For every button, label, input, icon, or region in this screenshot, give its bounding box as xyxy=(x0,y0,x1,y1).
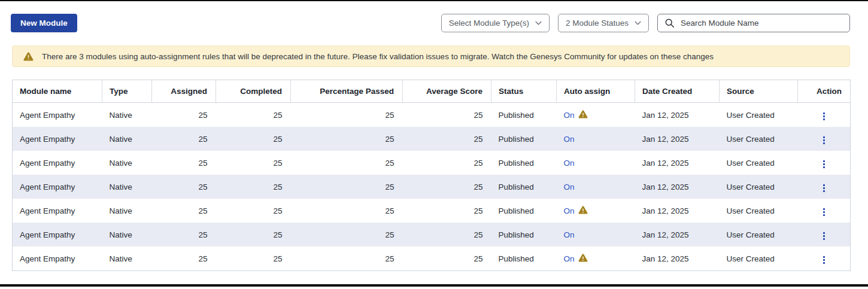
cell-date-created: Jan 12, 2025 xyxy=(635,175,720,199)
table-header-row: Module nameTypeAssignedCompletedPercenta… xyxy=(13,80,851,103)
cell-average-score: 25 xyxy=(403,199,491,223)
cell-average-score: 25 xyxy=(403,127,491,151)
cell-auto-assign: On xyxy=(557,127,635,151)
cell-type: Native xyxy=(102,151,152,175)
modules-table-container: Module nameTypeAssignedCompletedPercenta… xyxy=(12,80,850,271)
row-actions-menu-icon[interactable] xyxy=(820,158,828,171)
window-bottom-edge xyxy=(0,284,868,287)
module-status-dropdown[interactable]: 2 Module Statues xyxy=(558,14,649,32)
cell-completed: 25 xyxy=(216,175,291,199)
search-input[interactable] xyxy=(681,19,843,28)
cell-module-name: Agent Empathy xyxy=(13,127,102,151)
cell-source: User Created xyxy=(720,175,798,199)
auto-assign-link[interactable]: On xyxy=(564,230,575,239)
cell-percentage-passed: 25 xyxy=(291,223,403,247)
auto-assign-link[interactable]: On xyxy=(564,111,575,120)
column-header-action: Action xyxy=(798,80,851,103)
cell-type: Native xyxy=(102,247,152,271)
cell-module-name: Agent Empathy xyxy=(13,247,102,271)
cell-status: Published xyxy=(491,247,557,271)
table-row: Agent EmpathyNative25252525PublishedOnJa… xyxy=(13,127,851,151)
table-row: Agent EmpathyNative25252525PublishedOnJa… xyxy=(13,223,851,247)
column-header-percentage-passed: Percentage Passed xyxy=(291,80,403,103)
cell-completed: 25 xyxy=(216,247,291,271)
cell-average-score: 25 xyxy=(403,175,491,199)
cell-status: Published xyxy=(491,175,557,199)
cell-action xyxy=(798,175,851,199)
cell-percentage-passed: 25 xyxy=(291,199,403,223)
cell-auto-assign: On xyxy=(557,175,635,199)
deprecation-warning-banner: There are 3 modules using auto-assignmen… xyxy=(12,45,850,67)
cell-action xyxy=(798,151,851,175)
cell-source: User Created xyxy=(720,247,798,271)
cell-auto-assign: On xyxy=(557,151,635,175)
cell-source: User Created xyxy=(720,199,798,223)
cell-assigned: 25 xyxy=(152,175,216,199)
cell-status: Published xyxy=(491,199,557,223)
cell-date-created: Jan 12, 2025 xyxy=(635,127,720,151)
cell-source: User Created xyxy=(720,127,798,151)
cell-status: Published xyxy=(491,151,557,175)
cell-assigned: 25 xyxy=(152,247,216,271)
module-type-dropdown[interactable]: Select Module Type(s) xyxy=(441,14,550,32)
chevron-down-icon xyxy=(635,21,641,25)
cell-status: Published xyxy=(491,103,557,127)
cell-module-name: Agent Empathy xyxy=(13,175,102,199)
auto-assign-link[interactable]: On xyxy=(564,254,575,263)
warning-icon xyxy=(578,254,588,262)
row-actions-menu-icon[interactable] xyxy=(820,254,828,266)
module-type-dropdown-label: Select Module Type(s) xyxy=(449,19,529,28)
cell-percentage-passed: 25 xyxy=(291,151,403,175)
cell-date-created: Jan 12, 2025 xyxy=(635,103,720,127)
row-actions-menu-icon[interactable] xyxy=(820,134,828,147)
cell-assigned: 25 xyxy=(152,127,216,151)
auto-assign-link[interactable]: On xyxy=(564,206,575,215)
module-status-dropdown-label: 2 Module Statues xyxy=(566,19,629,28)
column-header-module-name: Module name xyxy=(13,80,102,103)
cell-type: Native xyxy=(102,223,152,247)
auto-assign-link[interactable]: On xyxy=(564,135,575,144)
auto-assign-link[interactable]: On xyxy=(564,182,575,191)
cell-module-name: Agent Empathy xyxy=(13,151,102,175)
table-row: Agent EmpathyNative25252525PublishedOnJa… xyxy=(13,103,851,127)
cell-type: Native xyxy=(102,199,152,223)
column-header-date-created: Date Created xyxy=(635,80,720,103)
cell-date-created: Jan 12, 2025 xyxy=(635,151,720,175)
search-box[interactable] xyxy=(657,14,850,32)
row-actions-menu-icon[interactable] xyxy=(820,230,828,242)
column-header-auto-assign: Auto assign xyxy=(557,80,635,103)
row-actions-menu-icon[interactable] xyxy=(820,182,828,194)
cell-date-created: Jan 12, 2025 xyxy=(635,247,720,271)
auto-assign-link[interactable]: On xyxy=(564,159,575,168)
app-window: New Module Select Module Type(s) 2 Modul… xyxy=(0,0,868,289)
cell-assigned: 25 xyxy=(152,199,216,223)
row-actions-menu-icon[interactable] xyxy=(820,110,828,123)
warning-icon xyxy=(23,52,34,61)
column-header-average-score: Average Score xyxy=(403,80,491,103)
cell-completed: 25 xyxy=(216,103,291,127)
chevron-down-icon xyxy=(535,21,542,25)
cell-auto-assign: On xyxy=(557,199,635,223)
toolbar: New Module Select Module Type(s) 2 Modul… xyxy=(11,14,850,32)
cell-average-score: 25 xyxy=(403,223,491,247)
column-header-type: Type xyxy=(102,80,152,103)
cell-date-created: Jan 12, 2025 xyxy=(635,199,720,223)
cell-auto-assign: On xyxy=(557,247,635,271)
cell-percentage-passed: 25 xyxy=(291,127,403,151)
table-row: Agent EmpathyNative25252525PublishedOnJa… xyxy=(13,199,851,223)
cell-module-name: Agent Empathy xyxy=(13,103,102,127)
cell-percentage-passed: 25 xyxy=(291,247,403,271)
warning-icon xyxy=(578,206,588,214)
new-module-button[interactable]: New Module xyxy=(11,14,77,32)
table-row: Agent EmpathyNative25252525PublishedOnJa… xyxy=(13,151,851,175)
search-icon xyxy=(664,18,675,28)
cell-average-score: 25 xyxy=(403,151,491,175)
cell-status: Published xyxy=(491,127,557,151)
cell-action xyxy=(798,103,851,127)
cell-action xyxy=(798,127,851,151)
row-actions-menu-icon[interactable] xyxy=(820,206,828,218)
cell-date-created: Jan 12, 2025 xyxy=(635,223,720,247)
cell-source: User Created xyxy=(720,223,798,247)
cell-auto-assign: On xyxy=(557,223,635,247)
cell-action xyxy=(798,247,851,271)
